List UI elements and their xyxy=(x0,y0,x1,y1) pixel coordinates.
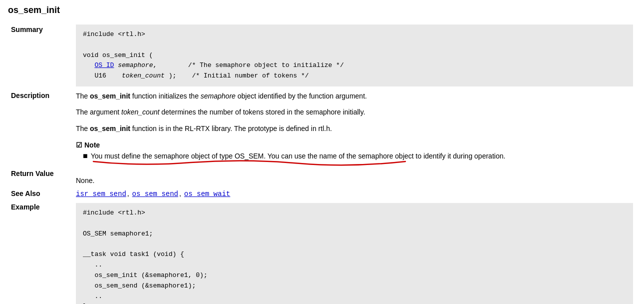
desc-p1-after2: object identified by the function argume… xyxy=(236,92,367,100)
description-para1: The os_sem_init function initializes the… xyxy=(76,90,633,102)
desc-p3-after: function is in the RL-RTX library. The p… xyxy=(130,124,332,132)
desc-p1-after1: function initializes the xyxy=(130,92,201,100)
page-title: os_sem_init xyxy=(8,5,636,16)
summary-code-block: #include <rtl.h> void os_sem_init ( OS_I… xyxy=(76,24,633,86)
desc-p2-after: determines the number of tokens stored i… xyxy=(159,108,365,116)
example-line-9: .. xyxy=(83,292,102,300)
desc-p3-before: The xyxy=(76,124,90,132)
example-code-block: #include <rtl.h> OS_SEM semaphore1; __ta… xyxy=(76,203,633,304)
example-label: Example xyxy=(8,200,73,304)
summary-line-4: OS_ID semaphore, /* The semaphore object… xyxy=(83,62,344,69)
summary-content: #include <rtl.h> void os_sem_init ( OS_I… xyxy=(73,22,636,88)
see-also-link-os-sem-send[interactable]: os_sem_send xyxy=(132,190,178,198)
desc-p1-before: The xyxy=(76,92,90,100)
desc-p1-italic: semaphore xyxy=(201,92,236,100)
desc-p2-italic: token_count xyxy=(121,108,159,116)
note-title: Note xyxy=(76,141,633,149)
os-id-link[interactable]: OS_ID xyxy=(94,62,114,69)
example-line-1: #include <rtl.h> xyxy=(83,209,145,216)
description-content: The os_sem_init function initializes the… xyxy=(73,88,636,166)
note-item: ■ You must define the semaphore object o… xyxy=(76,151,633,162)
example-line-8: os_sem_send (&semaphore1); xyxy=(83,282,196,290)
description-label: Description xyxy=(8,88,73,166)
example-line-5: __task void task1 (void) { xyxy=(83,250,184,258)
note-bullet-icon: ■ xyxy=(83,151,88,160)
summary-line-5: U16 token_count ); /* Initial number of … xyxy=(83,72,309,80)
see-also-content: isr_sem_send, os_sem_send, os_sem_wait xyxy=(73,186,636,200)
see-also-sep-1: , xyxy=(127,190,131,198)
example-line-6: .. xyxy=(83,261,102,268)
description-para3: The os_sem_init function is in the RL-RT… xyxy=(76,123,633,134)
see-also-link-os-sem-wait[interactable]: os_sem_wait xyxy=(184,190,230,198)
desc-p1-bold: os_sem_init xyxy=(90,92,130,100)
desc-p3-bold: os_sem_init xyxy=(90,124,130,132)
see-also-label: See Also xyxy=(8,186,73,200)
summary-line-1: #include <rtl.h> xyxy=(83,30,145,38)
note-text: You must define the semaphore object of … xyxy=(91,151,506,162)
return-value-content: None. xyxy=(73,166,636,186)
summary-line-3: void os_sem_init ( xyxy=(83,52,153,59)
example-content: #include <rtl.h> OS_SEM semaphore1; __ta… xyxy=(73,200,636,304)
return-value-label: Return Value xyxy=(8,166,73,186)
return-value-text: None. xyxy=(76,176,94,184)
see-also-link-isr-sem-send[interactable]: isr_sem_send xyxy=(76,190,126,198)
example-line-7: os_sem_init (&semaphore1, 0); xyxy=(83,272,208,279)
example-line-3: OS_SEM semaphore1; xyxy=(83,230,153,238)
note-text-content: You must define the semaphore object of … xyxy=(91,152,506,160)
note-box: Note ■ You must define the semaphore obj… xyxy=(76,141,633,162)
see-also-sep-2: , xyxy=(179,190,183,198)
desc-p2-before: The argument xyxy=(76,108,121,116)
summary-label: Summary xyxy=(8,22,73,88)
description-para2: The argument token_count determines the … xyxy=(76,106,633,118)
